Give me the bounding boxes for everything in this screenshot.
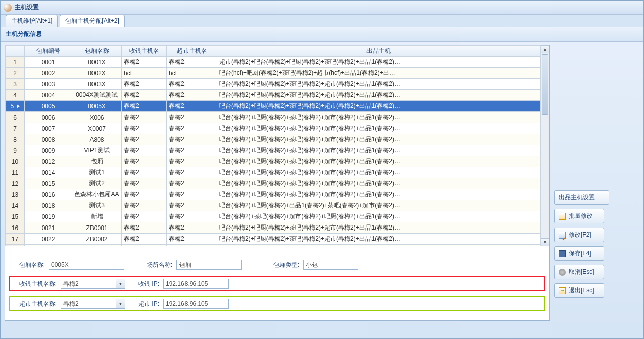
row-number: 3 xyxy=(6,79,25,90)
cell-output: 吧台(春梅2)+吧厨(春梅2)+茶吧(春梅2)+超市(春梅2)+出品1(春梅2)… xyxy=(217,234,540,245)
cashier-host-combo[interactable]: ▼ xyxy=(61,279,125,289)
cell-market: 春梅2 xyxy=(167,79,217,90)
market-ip-label: 超市 IP: xyxy=(129,300,159,308)
table-row[interactable]: 400040004X测试测试春梅2春梅2吧台(春梅2)+吧厨(春梅2)+茶吧(春… xyxy=(6,90,540,101)
save-button[interactable]: 保存[F4] xyxy=(554,246,604,261)
cell-market: 春梅2 xyxy=(167,245,217,247)
cell-cashier: 春梅2 xyxy=(122,189,167,200)
cell-output: 吧台(春梅2)+吧厨(春梅2)+出品1(春梅2)+茶吧(春梅2)+超市(春梅2)… xyxy=(217,200,540,211)
tab-0[interactable]: 主机维护[Alt+1] xyxy=(6,15,58,27)
table-row[interactable]: 100012包厢春梅2春梅2吧台(春梅2)+吧厨(春梅2)+茶吧(春梅2)+超市… xyxy=(6,156,540,167)
place-name-label: 场所名称: xyxy=(138,261,172,269)
table-row[interactable]: 300030003X春梅2春梅2吧台(春梅2)+吧厨(春梅2)+茶吧(春梅2)+… xyxy=(6,79,540,90)
cell-cashier: 春梅2 xyxy=(122,123,167,134)
column-header-4[interactable]: 出品主机 xyxy=(217,46,540,57)
tab-1[interactable]: 包厢主机分配[Alt+2] xyxy=(60,15,124,27)
market-ip-input[interactable] xyxy=(163,299,229,309)
table-row[interactable]: 60006X006春梅2春梅2吧台(春梅2)+吧厨(春梅2)+茶吧(春梅2)+超… xyxy=(6,112,540,123)
section-title: 主机分配信息 xyxy=(1,27,643,42)
cashier-host-input[interactable] xyxy=(61,279,116,289)
table-row[interactable]: 170022ZB0002春梅2春梅2吧台(春梅2)+吧厨(春梅2)+茶吧(春梅2… xyxy=(6,234,540,245)
cell-name: 0003X xyxy=(72,79,122,90)
table-row[interactable]: 150019新增春梅2春梅2吧台(春梅2)+茶吧(春梅2)+超市(春梅2)+吧厨… xyxy=(6,211,540,222)
table-row[interactable]: 140018测试3春梅2春梅2吧台(春梅2)+吧厨(春梅2)+出品1(春梅2)+… xyxy=(6,200,540,211)
data-grid[interactable]: 包厢编号包厢名称收银主机名超市主机名出品主机 100010001X春梅2春梅2超… xyxy=(5,45,540,246)
cell-market: 春梅2 xyxy=(167,112,217,123)
cell-output: 吧台(春梅2)+吧厨(春梅2)+茶吧(春梅2)+超市(春梅2)+出品1(春梅2)… xyxy=(217,178,540,189)
table-row[interactable]: 200020002Xhcfhcf吧台(hcf)+吧厨(春梅2)+茶吧(春梅2)+… xyxy=(6,68,540,79)
batch-modify-button[interactable]: 批量修改 xyxy=(554,209,604,223)
table-row[interactable]: 70007X0007春梅2春梅2吧台(春梅2)+吧厨(春梅2)+茶吧(春梅2)+… xyxy=(6,123,540,134)
table-row[interactable]: 160021ZB0001春梅2春梅2吧台(春梅2)+吧厨(春梅2)+茶吧(春梅2… xyxy=(6,222,540,234)
room-name-input[interactable] xyxy=(49,260,124,270)
table-row[interactable]: 90009VIP1测试春梅2春梅2吧台(春梅2)+吧厨(春梅2)+茶吧(春梅2)… xyxy=(6,145,540,156)
column-header-0[interactable]: 包厢编号 xyxy=(25,46,72,57)
cell-output: 吧台(春梅2)+吧厨(春梅2)+茶吧(春梅2)+超市(春梅2)+出品1(春梅2)… xyxy=(217,189,540,200)
room-type-label: 包厢类型: xyxy=(265,261,299,269)
cell-code: 0023 xyxy=(25,245,72,247)
cell-output: 吧台(春梅2)+吧厨(春梅2)+茶吧(春梅2)+超市(春梅2)+出品1(春梅2)… xyxy=(217,145,540,156)
column-header-2[interactable]: 收银主机名 xyxy=(122,46,167,57)
cell-market: 春梅2 xyxy=(167,156,217,167)
scroll-thumb[interactable] xyxy=(542,54,548,115)
cell-cashier: 春梅2 xyxy=(122,112,167,123)
chevron-down-icon[interactable]: ▼ xyxy=(116,279,125,289)
exit-icon xyxy=(559,287,566,294)
table-row[interactable]: 130016色森林小包厢AA春梅2春梅2吧台(春梅2)+吧厨(春梅2)+茶吧(春… xyxy=(6,189,540,200)
row-number: 4 xyxy=(6,90,25,101)
table-row[interactable]: 120015测试2春梅2春梅2吧台(春梅2)+吧厨(春梅2)+茶吧(春梅2)+超… xyxy=(6,178,540,189)
row-number: 15 xyxy=(6,211,25,222)
cashier-ip-input[interactable] xyxy=(163,279,229,289)
table-row[interactable]: 180023ZB0003春梅2春梅2吧台(春梅2)+吧厨(春梅2)+茶吧(春梅2… xyxy=(6,245,540,247)
cell-output: 吧台(春梅2)+吧厨(春梅2)+茶吧(春梅2)+超市(春梅2)+出品1(春梅2)… xyxy=(217,123,540,134)
cell-cashier: 春梅2 xyxy=(122,211,167,222)
cell-market: 春梅2 xyxy=(167,145,217,156)
row-number: 5 xyxy=(6,101,25,112)
page-icon xyxy=(559,213,566,220)
edit-icon xyxy=(559,232,566,239)
cell-code: 0006 xyxy=(25,112,72,123)
cell-code: 0014 xyxy=(25,167,72,178)
scroll-up-arrow[interactable]: ▲ xyxy=(541,45,549,53)
cell-code: 0007 xyxy=(25,123,72,134)
place-name-input[interactable] xyxy=(176,260,242,270)
app-icon xyxy=(4,4,12,12)
table-area: 包厢编号包厢名称收银主机名超市主机名出品主机 100010001X春梅2春梅2超… xyxy=(5,45,549,246)
scroll-down-arrow[interactable]: ▼ xyxy=(541,238,549,246)
cell-output: 吧台(春梅2)+吧厨(春梅2)+茶吧(春梅2)+超市(春梅2)+出品1(春梅2)… xyxy=(217,167,540,178)
market-host-label: 超市主机名称: xyxy=(12,300,57,308)
market-host-input[interactable] xyxy=(61,299,116,309)
cell-market: 春梅2 xyxy=(167,234,217,245)
modify-button[interactable]: 修改[F2] xyxy=(554,228,604,242)
table-row[interactable]: 100010001X春梅2春梅2超市(春梅2)+吧台(春梅2)+吧厨(春梅2)+… xyxy=(6,57,540,68)
cell-code: 0021 xyxy=(25,222,72,234)
table-row[interactable]: 5 00050005X春梅2春梅2吧台(春梅2)+吧厨(春梅2)+茶吧(春梅2)… xyxy=(6,101,540,112)
cashier-ip-label: 收银 IP: xyxy=(129,280,159,288)
cell-market: 春梅2 xyxy=(167,90,217,101)
table-row[interactable]: 80008A808春梅2春梅2吧台(春梅2)+吧厨(春梅2)+茶吧(春梅2)+超… xyxy=(6,134,540,145)
cell-code: 0001 xyxy=(25,57,72,68)
cell-cashier: 春梅2 xyxy=(122,200,167,211)
room-type-input[interactable] xyxy=(303,260,358,270)
chevron-down-icon[interactable]: ▼ xyxy=(116,299,125,309)
cell-market: 春梅2 xyxy=(167,123,217,134)
cell-cashier: 春梅2 xyxy=(122,234,167,245)
column-header-1[interactable]: 包厢名称 xyxy=(72,46,122,57)
title-bar: 主机设置 xyxy=(1,1,643,15)
exit-button[interactable]: 退出[Esc] xyxy=(554,283,604,298)
vertical-scrollbar[interactable]: ▲ ▼ xyxy=(540,45,549,246)
table-row[interactable]: 110014测试1春梅2春梅2吧台(春梅2)+吧厨(春梅2)+茶吧(春梅2)+超… xyxy=(6,167,540,178)
tab-bar: 主机维护[Alt+1]包厢主机分配[Alt+2] xyxy=(1,15,643,27)
cancel-icon xyxy=(559,269,566,276)
market-host-combo[interactable]: ▼ xyxy=(61,299,125,309)
output-host-setup-button[interactable]: 出品主机设置 xyxy=(554,190,609,205)
cell-cashier: 春梅2 xyxy=(122,57,167,68)
cell-market: hcf xyxy=(167,68,217,79)
cell-name: 0004X测试测试 xyxy=(72,90,122,101)
cancel-button[interactable]: 取消[Esc] xyxy=(554,265,604,279)
cell-name: X006 xyxy=(72,112,122,123)
column-header-3[interactable]: 超市主机名 xyxy=(167,46,217,57)
content-area: 包厢编号包厢名称收银主机名超市主机名出品主机 100010001X春梅2春梅2超… xyxy=(1,42,643,324)
cell-cashier: 春梅2 xyxy=(122,222,167,234)
cashier-host-row: 收银主机名称: ▼ 收银 IP: xyxy=(9,276,545,291)
